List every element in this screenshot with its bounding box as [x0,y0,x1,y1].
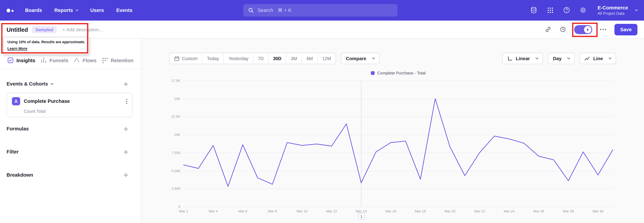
x-axis-label: Mar 14 [349,209,374,213]
y-axis-label: 7,500 [160,151,180,155]
x-axis-label: Mar 26 [526,209,551,213]
tab-funnels[interactable]: Funnels [40,57,68,63]
day-select[interactable]: Day [548,53,575,64]
tab-flows[interactable]: Flows [74,57,96,63]
funnels-icon [40,57,46,63]
add-event-button[interactable] [123,81,129,87]
more-icon[interactable] [600,26,607,33]
project-subtitle: All Project Data [598,11,628,16]
event-card[interactable]: A Complete Purchase Count Total [6,93,133,117]
line-select[interactable]: Line [580,53,616,64]
save-button[interactable]: Save [614,24,638,35]
event-options-icon[interactable] [126,99,127,104]
search-shortcut: ⌘ + K [278,8,292,13]
range-yesterday[interactable]: Yesterday [224,53,253,64]
date-range-segmented-control: CustomTodayYesterday7D30D3M6M12M [169,53,336,64]
tab-label: Flows [82,57,96,63]
range-30d[interactable]: 30D [268,53,286,64]
chevron-down-icon [76,8,78,11]
tab-insights[interactable]: Insights [8,57,36,63]
nav-item-boards[interactable]: Boards [25,8,42,13]
apps-grid-icon[interactable] [547,7,554,14]
report-header: Untitled Sampled + Add description... Sa… [0,21,644,39]
tab-retention[interactable]: Retention [102,57,133,63]
pagination-badge[interactable]: 1 [358,213,365,220]
nav-item-label: Events [116,8,132,13]
series-line [184,81,613,206]
sampled-badge[interactable]: Sampled [32,26,56,33]
insights-icon [8,57,14,63]
plot-area[interactable]: 02,5005,0007,50010K12.5K15K17.5KMar 2Mar… [184,81,613,206]
chevron-down-icon [635,8,638,11]
mixpanel-logo[interactable] [6,9,14,12]
range-label: Custom [182,56,198,61]
x-axis-label: Mar 22 [467,209,492,213]
sampling-toggle[interactable] [574,25,592,34]
linear-select[interactable]: Linear [502,53,543,64]
report-title[interactable]: Untitled [6,26,28,33]
y-axis-label: 15K [160,97,180,101]
x-axis-label: Mar 4 [201,209,226,213]
chevron-down-icon [50,82,53,85]
axis-icon [507,56,512,61]
project-switcher[interactable]: E-Commerce All Project Data [598,5,638,16]
event-metric[interactable]: Count Total [24,109,127,114]
range-3m[interactable]: 3M [286,53,302,64]
section-label[interactable]: Formulas [6,126,29,132]
settings-gear-icon[interactable] [580,7,587,14]
chart-legend: Complete Purchase - Total [184,71,613,75]
section-label[interactable]: Breakdown [6,172,33,178]
nav-item-users[interactable]: Users [90,8,104,13]
range-label: Yesterday [228,56,248,61]
range-label: 30D [273,56,281,61]
x-axis-label: Mar 30 [586,209,610,213]
range-6m[interactable]: 6M [302,53,317,64]
logo-dot-small [12,10,14,12]
range-label: 3M [291,56,297,61]
app-viewport: BoardsReportsUsersEvents Search ⌘ + K E-… [0,0,644,223]
nav-item-events[interactable]: Events [116,8,132,13]
x-axis-label: Mar 8 [260,209,285,213]
project-name: E-Commerce [598,5,628,11]
add-breakdown-button[interactable] [123,172,129,178]
y-axis-label: 12.5K [160,115,180,119]
nav-item-label: Boards [25,8,42,13]
event-letter-badge: A [12,97,20,105]
compare-button[interactable]: Compare [341,53,380,64]
y-axis-label: 0 [160,204,180,208]
x-axis-label: Mar 28 [556,209,581,213]
x-axis-label: Mar 10 [290,209,314,213]
tab-label: Insights [16,57,36,63]
range-custom[interactable]: Custom [170,53,202,64]
help-icon[interactable] [563,7,570,14]
bolt-icon [586,27,590,31]
range-7d[interactable]: 7D [253,53,268,64]
nav-item-reports[interactable]: Reports [54,8,78,13]
date-controls: CustomTodayYesterday7D30D3M6M12M Compare [169,53,380,64]
main-navigation: BoardsReportsUsersEvents [25,8,132,13]
search-input[interactable]: Search ⌘ + K [243,4,398,16]
chart-display-controls: LinearDayLine [502,53,616,64]
events-cohorts-label[interactable]: Events & Cohorts [6,81,48,87]
add-description-field[interactable]: + Add description... [62,27,103,32]
top-navbar: BoardsReportsUsersEvents Search ⌘ + K E-… [0,0,644,21]
x-axis-label: Mar 20 [438,209,462,213]
learn-more-link[interactable]: Learn More [8,47,27,51]
chevron-down-icon [608,56,612,59]
search-placeholder: Search [258,8,273,13]
events-cohorts-header: Events & Cohorts [6,81,128,87]
event-name[interactable]: Complete Purchase [24,98,70,104]
range-today[interactable]: Today [202,53,224,64]
range-label: 12M [322,56,331,61]
tab-label: Retention [111,57,134,63]
link-icon[interactable] [544,26,552,33]
calendar-icon [174,56,180,61]
range-12m[interactable]: 12M [317,53,336,64]
ctrl-label: Line [593,56,603,61]
add-formulas-button[interactable] [123,126,129,132]
y-axis-label: 5,000 [160,169,180,173]
add-filter-button[interactable] [123,149,129,155]
section-label[interactable]: Filter [6,149,18,155]
data-connections-icon[interactable] [530,7,538,14]
history-icon[interactable] [559,26,567,33]
